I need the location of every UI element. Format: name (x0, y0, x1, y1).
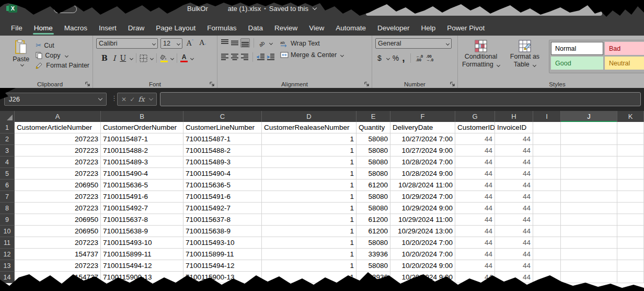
row-header-14[interactable]: 14 (0, 272, 15, 283)
cell-F11[interactable]: 10/20/2024 7:00 (390, 237, 455, 249)
cell-K9[interactable] (617, 214, 644, 226)
cell-J8[interactable] (561, 203, 617, 214)
cell-F4[interactable]: 10/28/2024 7:00 (390, 156, 455, 168)
dialog-launcher-icon[interactable] (85, 82, 90, 87)
cell-D12[interactable]: 1 (262, 249, 356, 260)
cell-B5[interactable]: 7100115490-4 (101, 168, 183, 180)
cell-F12[interactable]: 10/20/2024 7:00 (390, 249, 455, 260)
cell-A11[interactable]: 207223 (15, 237, 101, 249)
tab-view[interactable]: View (303, 21, 330, 35)
cell-A9[interactable]: 206950 (15, 214, 101, 226)
insert-function-button[interactable]: fx (139, 95, 145, 103)
enter-button[interactable]: ✓ (130, 96, 135, 103)
cell-I3[interactable] (533, 145, 561, 156)
cell-A14[interactable]: 154737 (15, 272, 101, 283)
column-header-D[interactable]: D (262, 111, 356, 122)
cell-C10[interactable]: 7100115638-9 (183, 226, 262, 237)
fill-color-button[interactable] (160, 54, 168, 62)
row-header-2[interactable]: 2 (0, 133, 15, 145)
cell-K8[interactable] (617, 203, 644, 214)
copy-button[interactable]: Copy (36, 52, 89, 59)
tab-macros[interactable]: Macros (59, 21, 93, 35)
cell-A12[interactable]: 154737 (15, 249, 101, 260)
cell-J10[interactable] (561, 226, 617, 237)
cell-I5[interactable] (533, 168, 561, 180)
tab-developer[interactable]: Developer (372, 21, 416, 35)
increase-decimal-button[interactable]: ←.0.00 (416, 54, 423, 62)
cell-G8[interactable]: 44 (455, 203, 495, 214)
increase-indent-button[interactable] (267, 53, 275, 61)
cell-E7[interactable]: 58080 (356, 191, 390, 203)
comma-style-button[interactable]: , (402, 55, 405, 61)
name-box[interactable]: J26 (4, 93, 107, 106)
merge-center-button[interactable]: Merge & Center (280, 51, 343, 59)
document-title[interactable]: BulkOr ate (1).xlsx • Saved to this (187, 5, 316, 13)
cell-J1[interactable] (561, 122, 617, 133)
row-header-5[interactable]: 5 (0, 168, 15, 180)
cell-G12[interactable]: 44 (455, 249, 495, 260)
cell-D6[interactable]: 1 (262, 180, 356, 191)
tab-review[interactable]: Review (269, 21, 303, 35)
cell-A5[interactable]: 207223 (15, 168, 101, 180)
dialog-launcher-icon[interactable] (364, 82, 370, 87)
cell-D9[interactable]: 1 (262, 214, 356, 226)
cell-J9[interactable] (561, 214, 617, 226)
cell-C6[interactable]: 7100115636-5 (183, 180, 262, 191)
cell-J14[interactable] (561, 272, 617, 283)
middle-align-button[interactable] (231, 39, 239, 47)
row-header-8[interactable]: 8 (0, 203, 15, 214)
cell-C11[interactable]: 7100115493-10 (183, 237, 262, 249)
percent-style-button[interactable]: % (393, 54, 399, 62)
column-header-E[interactable]: E (356, 111, 390, 122)
cell-G14[interactable]: 44 (455, 272, 495, 283)
row-header-7[interactable]: 7 (0, 191, 15, 203)
cell-G13[interactable]: 44 (455, 260, 495, 272)
cell-H2[interactable]: 44 (495, 133, 533, 145)
cell-F8[interactable]: 10/29/2024 9:00 (390, 203, 455, 214)
column-header-K[interactable]: K (617, 111, 644, 122)
cell-K3[interactable] (617, 145, 644, 156)
cell-J5[interactable] (561, 168, 617, 180)
row-header-6[interactable]: 6 (0, 180, 15, 191)
cell-style-normal[interactable]: Normal (551, 42, 603, 55)
cell-G7[interactable]: 44 (455, 191, 495, 203)
chevron-down-icon[interactable] (190, 56, 194, 60)
cell-E12[interactable]: 33936 (356, 249, 390, 260)
tab-help[interactable]: Help (416, 21, 442, 35)
cell-K7[interactable] (617, 191, 644, 203)
cell-I14[interactable] (533, 272, 561, 283)
cell-D7[interactable]: 1 (262, 191, 356, 203)
cell-I2[interactable] (533, 133, 561, 145)
cell-I11[interactable] (533, 237, 561, 249)
column-header-A[interactable]: A (15, 111, 101, 122)
tab-power-pivot[interactable]: Power Pivot (441, 21, 490, 35)
cell-C1[interactable]: CustomerLineNumber (183, 122, 262, 133)
cell-G6[interactable]: 44 (455, 180, 495, 191)
cell-G11[interactable]: 44 (455, 237, 495, 249)
cell-A3[interactable]: 207223 (15, 145, 101, 156)
cell-D13[interactable]: 1 (262, 260, 356, 272)
tab-insert[interactable]: Insert (93, 21, 122, 35)
cancel-button[interactable]: ✕ (121, 96, 126, 103)
paste-button[interactable]: Paste (10, 38, 31, 80)
cell-C13[interactable]: 7100115494-12 (183, 260, 262, 272)
cell-K4[interactable] (617, 156, 644, 168)
cell-style-neutral[interactable]: Neutral (605, 57, 644, 70)
cell-F2[interactable]: 10/27/2024 7:00 (390, 133, 455, 145)
cell-style-bad[interactable]: Bad (605, 42, 644, 55)
cell-C3[interactable]: 7100115488-2 (183, 145, 262, 156)
cell-C5[interactable]: 7100115490-4 (183, 168, 262, 180)
cell-F9[interactable]: 10/29/2024 11:00 (390, 214, 455, 226)
row-header-1[interactable]: 1 (0, 122, 15, 133)
cell-J12[interactable] (561, 249, 617, 260)
column-header-B[interactable]: B (101, 111, 183, 122)
align-center-button[interactable] (231, 53, 239, 61)
cell-I1[interactable] (533, 122, 561, 133)
cell-J13[interactable] (561, 260, 617, 272)
cell-E9[interactable]: 61200 (356, 214, 390, 226)
cell-F1[interactable]: DeliveryDate (390, 122, 455, 133)
dialog-launcher-icon[interactable] (210, 82, 215, 87)
autosave-toggle[interactable] (54, 5, 77, 13)
cell-G9[interactable]: 44 (455, 214, 495, 226)
cell-H3[interactable]: 44 (495, 145, 533, 156)
